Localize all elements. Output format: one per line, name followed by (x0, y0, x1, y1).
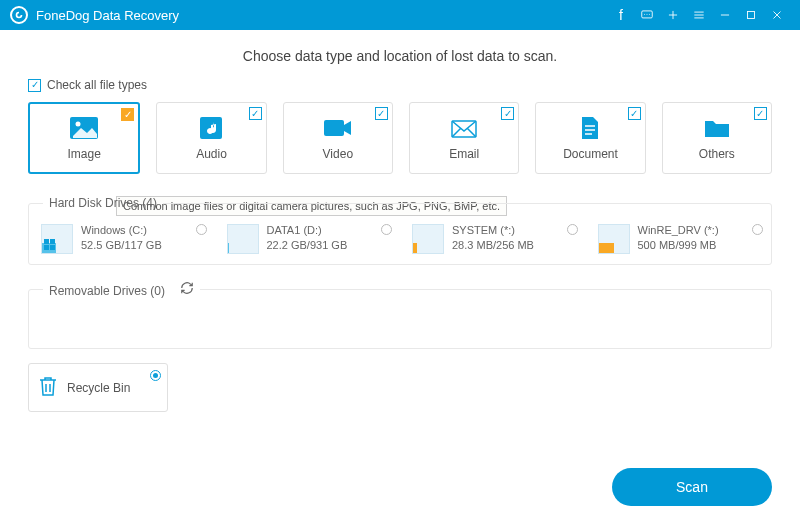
type-label: Video (323, 147, 353, 161)
checkbox-icon (28, 79, 41, 92)
menu-icon[interactable] (686, 0, 712, 30)
drive-icon (41, 224, 73, 254)
page-headline: Choose data type and location of lost da… (28, 48, 772, 64)
svg-rect-7 (44, 239, 49, 244)
minimize-icon[interactable] (712, 0, 738, 30)
drive-item[interactable]: SYSTEM (*:)28.3 MB/256 MB (412, 224, 578, 254)
email-icon (449, 115, 479, 141)
plus-icon[interactable] (660, 0, 686, 30)
check-all-file-types[interactable]: Check all file types (28, 78, 772, 92)
refresh-icon[interactable] (180, 281, 194, 298)
drive-size: 500 MB/999 MB (638, 239, 719, 251)
type-document[interactable]: Document (535, 102, 645, 174)
type-video[interactable]: Video (283, 102, 393, 174)
scan-button[interactable]: Scan (612, 468, 772, 506)
check-icon (628, 107, 641, 120)
check-icon (375, 107, 388, 120)
type-label: Document (563, 147, 618, 161)
drive-name: Windows (C:) (81, 224, 162, 236)
drive-icon (227, 224, 259, 254)
recycle-bin-option[interactable]: Recycle Bin (28, 363, 168, 412)
check-icon (754, 107, 767, 120)
titlebar: FoneDog Data Recovery f (0, 0, 800, 30)
check-icon (249, 107, 262, 120)
type-label: Email (449, 147, 479, 161)
maximize-icon[interactable] (738, 0, 764, 30)
check-all-label: Check all file types (47, 78, 147, 92)
type-label: Audio (196, 147, 227, 161)
removable-legend: Removable Drives (0) (43, 281, 200, 298)
radio-icon (567, 224, 578, 235)
facebook-icon[interactable]: f (608, 0, 634, 30)
image-icon (69, 115, 99, 141)
drive-name: SYSTEM (*:) (452, 224, 534, 236)
svg-rect-1 (748, 12, 755, 19)
type-audio[interactable]: Audio (156, 102, 266, 174)
svg-rect-5 (324, 120, 344, 136)
audio-icon (196, 115, 226, 141)
folder-icon (702, 115, 732, 141)
drive-name: WinRE_DRV (*:) (638, 224, 719, 236)
document-icon (575, 115, 605, 141)
radio-icon (752, 224, 763, 235)
svg-rect-8 (50, 239, 55, 244)
drive-item[interactable]: WinRE_DRV (*:)500 MB/999 MB (598, 224, 764, 254)
check-icon (501, 107, 514, 120)
hard-disk-drives-group: Hard Disk Drives (4) Windows (C:)52.5 GB… (28, 196, 772, 265)
type-email[interactable]: Email (409, 102, 519, 174)
drive-name: DATA1 (D:) (267, 224, 348, 236)
type-image[interactable]: Image (28, 102, 140, 174)
video-icon (323, 115, 353, 141)
recycle-label: Recycle Bin (67, 381, 130, 395)
drive-icon (598, 224, 630, 254)
drive-item[interactable]: Windows (C:)52.5 GB/117 GB (41, 224, 207, 254)
svg-rect-10 (50, 245, 55, 250)
radio-selected-icon (150, 370, 161, 381)
type-others[interactable]: Others (662, 102, 772, 174)
feedback-icon[interactable] (634, 0, 660, 30)
svg-rect-9 (44, 245, 49, 250)
file-type-row: Image Audio Video Email (28, 102, 772, 174)
app-logo-icon (10, 6, 28, 24)
drive-icon (412, 224, 444, 254)
radio-icon (196, 224, 207, 235)
svg-point-3 (76, 122, 81, 127)
drive-size: 52.5 GB/117 GB (81, 239, 162, 251)
check-icon (121, 108, 134, 121)
type-label: Others (699, 147, 735, 161)
drive-item[interactable]: DATA1 (D:)22.2 GB/931 GB (227, 224, 393, 254)
removable-drives-group: Removable Drives (0) (28, 281, 772, 349)
scan-label: Scan (676, 479, 708, 495)
type-label: Image (67, 147, 100, 161)
radio-icon (381, 224, 392, 235)
drive-size: 22.2 GB/931 GB (267, 239, 348, 251)
app-title: FoneDog Data Recovery (36, 8, 179, 23)
hdd-legend: Hard Disk Drives (4) (43, 196, 163, 210)
drive-size: 28.3 MB/256 MB (452, 239, 534, 251)
close-icon[interactable] (764, 0, 790, 30)
trash-icon (37, 374, 59, 401)
